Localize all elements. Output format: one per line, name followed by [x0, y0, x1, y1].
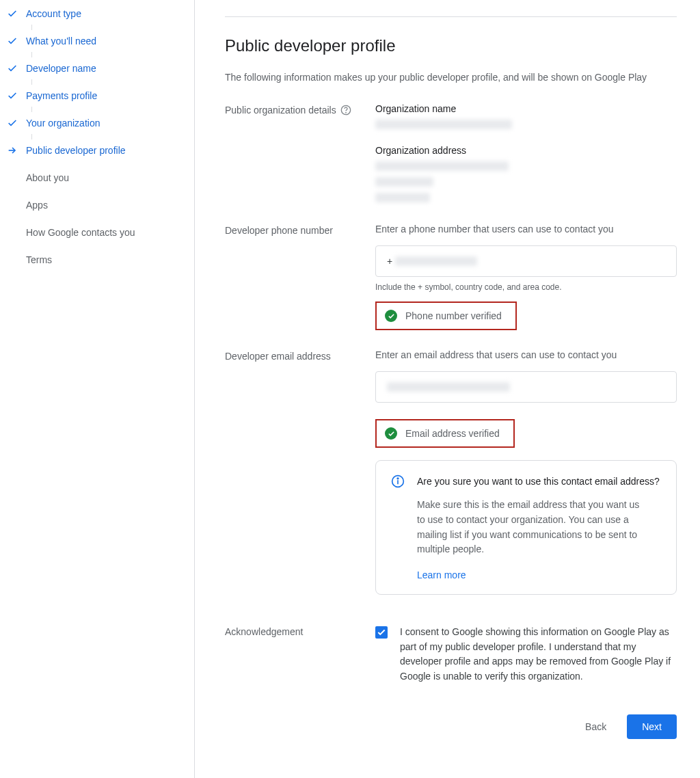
email-label: Developer email address [225, 349, 375, 595]
org-address-redacted [375, 177, 433, 187]
help-icon[interactable] [340, 105, 351, 118]
email-info-card: Are you sure you want to use this contac… [375, 460, 677, 595]
check-icon [7, 118, 26, 129]
info-title: Are you sure you want to use this contac… [417, 474, 660, 488]
org-address-redacted [375, 193, 430, 202]
nav-label: Developer name [26, 63, 96, 74]
nav-your-organization[interactable]: Your organization [7, 109, 194, 137]
org-name-heading: Organization name [375, 103, 677, 114]
org-name-redacted [375, 120, 512, 129]
ack-checkbox[interactable] [375, 626, 388, 639]
nav-about-you[interactable]: About you [7, 164, 194, 191]
svg-point-2 [345, 112, 346, 113]
check-icon [7, 90, 26, 101]
phone-redacted [395, 256, 477, 266]
email-row: Developer email address Enter an email a… [225, 349, 677, 595]
info-body: Make sure this is the email address that… [417, 498, 649, 557]
nav-label: What you'll need [26, 36, 96, 46]
check-icon [7, 36, 26, 46]
info-icon [391, 474, 405, 580]
org-address-heading: Organization address [375, 145, 677, 156]
ack-text: I consent to Google showing this informa… [400, 625, 677, 684]
email-input[interactable] [375, 371, 677, 403]
org-details-label: Public organization details [225, 103, 375, 204]
learn-more-link[interactable]: Learn more [417, 569, 466, 580]
nav-label: Your organization [26, 118, 100, 129]
email-hint: Enter an email address that users can us… [375, 349, 677, 360]
phone-verified-text: Phone number verified [405, 310, 502, 321]
sidebar: Account type What you'll need Developer … [0, 0, 195, 778]
nav-label: Apps [26, 200, 48, 211]
main-content: Public developer profile The following i… [195, 0, 700, 778]
svg-point-5 [397, 478, 399, 479]
org-address-redacted [375, 161, 509, 171]
ack-label: Acknowledgement [225, 625, 375, 684]
phone-verified-box: Phone number verified [375, 301, 517, 330]
email-verified-box: Email address verified [375, 419, 515, 448]
org-details-row: Public organization details Organization… [225, 103, 677, 204]
check-icon [7, 63, 26, 74]
phone-input[interactable]: + [375, 245, 677, 277]
nav-terms[interactable]: Terms [7, 246, 194, 273]
page-description: The following information makes up your … [225, 72, 677, 83]
nav-label: Payments profile [26, 90, 97, 101]
email-redacted [387, 382, 510, 392]
phone-label: Developer phone number [225, 224, 375, 330]
nav-label: Account type [26, 8, 81, 19]
footer-buttons: Back Next [225, 714, 677, 739]
check-icon [7, 8, 26, 19]
nav-developer-name[interactable]: Developer name [7, 55, 194, 82]
phone-hint: Enter a phone number that users can use … [375, 224, 677, 234]
arrow-right-icon [7, 145, 26, 156]
email-verified-text: Email address verified [405, 428, 500, 439]
next-button[interactable]: Next [627, 714, 677, 739]
nav-apps[interactable]: Apps [7, 191, 194, 219]
acknowledgement-row: Acknowledgement I consent to Google show… [225, 625, 677, 684]
nav-how-google-contacts[interactable]: How Google contacts you [7, 219, 194, 246]
nav-public-developer-profile[interactable]: Public developer profile [7, 137, 194, 164]
nav-label: Terms [26, 254, 52, 265]
page-title: Public developer profile [225, 36, 677, 55]
check-circle-icon [385, 427, 397, 440]
nav-payments-profile[interactable]: Payments profile [7, 82, 194, 109]
nav-what-youll-need[interactable]: What you'll need [7, 27, 194, 55]
check-circle-icon [385, 310, 397, 322]
phone-sub-hint: Include the + symbol, country code, and … [375, 282, 677, 292]
nav-account-type[interactable]: Account type [7, 0, 194, 27]
phone-row: Developer phone number Enter a phone num… [225, 224, 677, 330]
nav-label: About you [26, 172, 69, 183]
back-button[interactable]: Back [570, 714, 621, 739]
nav-label: Public developer profile [26, 145, 126, 156]
nav-label: How Google contacts you [26, 227, 135, 238]
divider [225, 16, 677, 17]
